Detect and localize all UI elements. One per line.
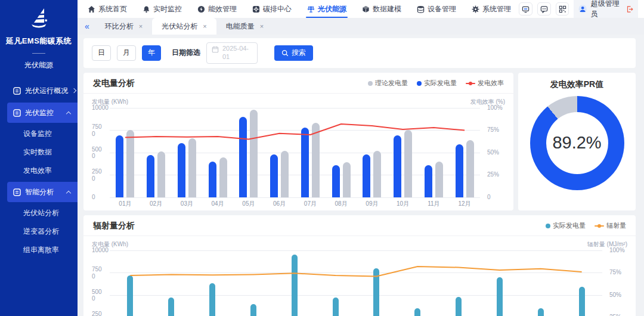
nav-label: 系统管理 [482, 4, 511, 14]
chevron-up-icon [66, 190, 71, 195]
radiation-chart: 发电量 (KWh) 辐射量 (MJ/m²) 10000750 0500 0250… [83, 236, 636, 316]
tab-label: 光伏站分析 [162, 21, 197, 32]
message-icon-button[interactable] [537, 2, 551, 16]
tab-pv-station-analysis[interactable]: 光伏站分析 × [152, 18, 216, 35]
nav-item-solar-energy[interactable]: 光伏能源 [299, 0, 354, 18]
bar-实际发电量 [178, 143, 185, 197]
bar-实际发电量 [239, 117, 247, 197]
nav-item-system-management[interactable]: 系统管理 [464, 0, 519, 18]
nav-label: 能效管理 [208, 4, 237, 14]
sidebar-item-string-dispersion[interactable]: 组串离散率 [0, 241, 78, 259]
search-button[interactable]: 搜索 [274, 45, 313, 61]
y-axis-right-ticks: 100%75%50%25%0 [602, 250, 627, 316]
legend-label: 实际发电量 [424, 79, 457, 88]
sidebar-item-pv-overview[interactable]: 光伏运行概况 [0, 80, 78, 101]
tab-huanbi-analysis[interactable]: 环比分析 × [95, 18, 152, 35]
nav-item-energy-efficiency[interactable]: 能效管理 [190, 0, 244, 18]
chart-legend: 理论发电量实际发电量发电效率 [368, 79, 504, 88]
chevron-up-icon [66, 111, 71, 116]
close-icon[interactable]: × [139, 23, 143, 30]
x-tick: 08月 [335, 200, 348, 208]
period-year-button[interactable]: 年 [142, 45, 161, 61]
legend-item-实际发电量[interactable]: 实际发电量 [546, 221, 586, 230]
bar-理论发电量 [312, 123, 320, 197]
power-generation-chart: 发电量 (KWh) 发电效率 (%) 10000750 0500 0250 00… [83, 94, 513, 210]
chart-title: 发电量分析 [93, 78, 135, 89]
calendar-icon [212, 46, 219, 53]
x-tick: 09月 [366, 200, 378, 208]
bar-实际发电量 [209, 283, 215, 316]
server-icon [417, 5, 425, 13]
nav-item-carbon-center[interactable]: 碳排中心 [244, 0, 299, 18]
app-subtitle: 光伏能源 [0, 60, 78, 70]
qrcode-icon-button[interactable] [556, 2, 569, 16]
gridline [110, 153, 480, 153]
legend-item-理论发电量[interactable]: 理论发电量 [368, 79, 408, 88]
nav-item-home[interactable]: 系统首页 [80, 0, 135, 18]
legend-item-实际发电量[interactable]: 实际发电量 [417, 79, 457, 88]
bar-实际发电量 [363, 154, 370, 197]
user-name: 超级管理员 [591, 0, 623, 19]
legend-item-辐射量[interactable]: 辐射量 [595, 221, 626, 230]
bar-实际发电量 [147, 155, 154, 197]
collapse-tabs-icon[interactable]: « [85, 21, 89, 31]
bar-实际发电量 [292, 255, 298, 316]
y-tick-right: 75% [487, 126, 499, 134]
sidebar-item-pv-monitoring[interactable]: 光伏监控 [7, 103, 78, 123]
y-tick-left: 750 0 [92, 266, 102, 280]
carbon-icon [252, 5, 260, 13]
bar-实际发电量 [373, 268, 379, 316]
legend-line-marker [595, 225, 604, 227]
bar-理论发电量 [157, 151, 165, 197]
nav-item-device-management[interactable]: 设备管理 [409, 0, 464, 18]
tab-power-quality[interactable]: 电能质量 × [216, 18, 273, 35]
close-icon[interactable]: × [203, 23, 206, 30]
bar-理论发电量 [373, 151, 381, 197]
search-icon [281, 49, 289, 57]
tab-bar: « 环比分析 × 光伏站分析 × 电能质量 × [78, 18, 644, 35]
nav-item-realtime-monitoring[interactable]: 实时监控 [135, 0, 190, 18]
close-icon[interactable]: × [260, 23, 264, 30]
nav-label: 碳排中心 [263, 4, 292, 14]
cube-icon [362, 5, 370, 13]
gridline [110, 197, 480, 198]
top-nav: 系统首页 实时监控 能效管理 碳排中心 光伏能源 数据建模 设备管理 系统管理 [78, 0, 644, 18]
x-tick: 11月 [428, 200, 439, 208]
sidebar-item-realtime-data[interactable]: 实时数据 [0, 143, 78, 162]
monitor-icon-button[interactable] [519, 2, 532, 16]
bar-实际发电量 [425, 165, 432, 197]
message-icon [540, 5, 548, 13]
bar-实际发电量 [127, 275, 133, 316]
nav-label: 实时监控 [153, 4, 182, 14]
legend-item-发电效率[interactable]: 发电效率 [466, 79, 504, 88]
bar-理论发电量 [466, 140, 474, 197]
date-input[interactable]: 2025-04-01 [206, 42, 258, 64]
app-logo-icon [25, 5, 52, 35]
bar-理论发电量 [281, 151, 289, 197]
sidebar-item-smart-analysis[interactable]: 智能分析 [7, 182, 78, 202]
bar-实际发电量 [456, 144, 463, 197]
bar-实际发电量 [579, 287, 585, 316]
sidebar: 延凡EMS能碳系统 光伏能源 光伏运行概况 光伏监控 设备监控 实时数据 发电效… [0, 0, 78, 316]
sidebar-item-pv-station-analysis[interactable]: 光伏站分析 [0, 204, 78, 222]
y-tick-right: 100% [487, 104, 503, 111]
bar-实际发电量 [414, 308, 420, 316]
sidebar-item-inverter-analysis[interactable]: 逆变器分析 [0, 222, 78, 241]
period-day-button[interactable]: 日 [92, 45, 111, 61]
tab-label: 电能质量 [226, 21, 255, 32]
nav-item-data-modeling[interactable]: 数据建模 [354, 0, 409, 18]
sidebar-item-device-monitoring[interactable]: 设备监控 [0, 125, 78, 143]
y-tick-right: 50% [609, 292, 621, 299]
nav-label: 系统首页 [98, 4, 127, 14]
y-tick-left: 0 [92, 194, 95, 201]
sidebar-menu: 光伏运行概况 光伏监控 设备监控 实时数据 发电效率 智能分析 光伏站分析 逆变… [0, 79, 78, 316]
bar-实际发电量 [301, 128, 309, 197]
bar-理论发电量 [343, 162, 351, 197]
gear-icon [472, 5, 479, 13]
legend-dot-marker [368, 81, 373, 86]
period-month-button[interactable]: 月 [117, 45, 136, 61]
nav-label: 设备管理 [428, 4, 456, 14]
logout-icon[interactable] [626, 5, 633, 13]
date-value: 2025-04-01 [222, 45, 252, 61]
sidebar-item-generation-efficiency[interactable]: 发电效率 [0, 162, 78, 180]
